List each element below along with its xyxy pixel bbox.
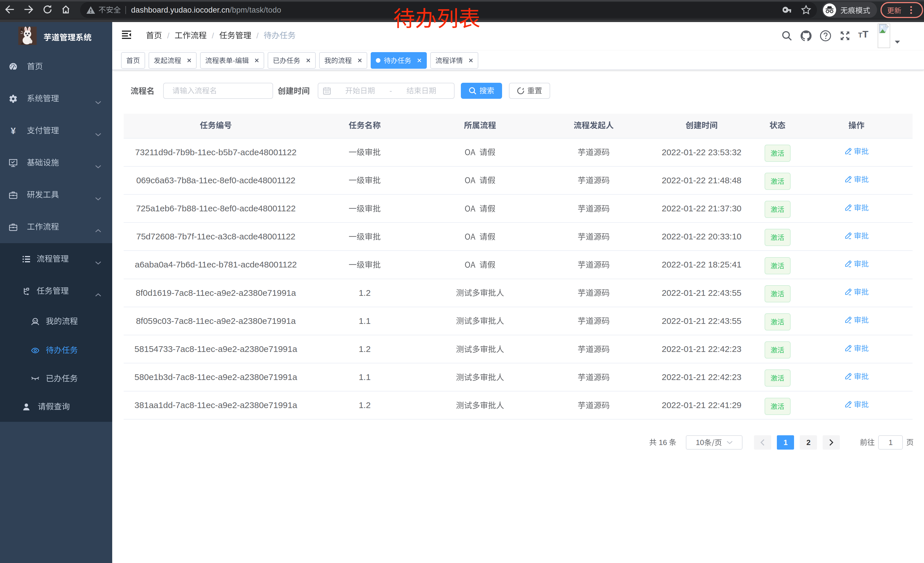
svg-text:T: T xyxy=(858,31,862,39)
svg-text:¥: ¥ xyxy=(10,126,16,135)
svg-text:T: T xyxy=(862,30,868,39)
